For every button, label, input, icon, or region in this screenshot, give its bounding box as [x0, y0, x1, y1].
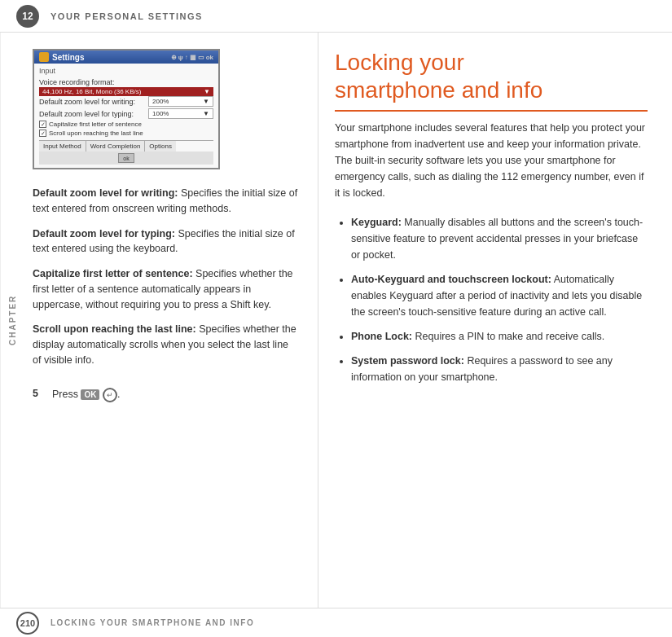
settings-screenshot: Settings ⊕ψ↑▦▭ok Input Voice recording f…	[33, 49, 220, 169]
settings-ok-bar: ok	[39, 152, 213, 165]
right-intro: Your smartphone includes several feature…	[335, 120, 648, 201]
zoom-writing-row: Default zoom level for writing: 200% ▼	[39, 96, 213, 107]
zoom-writing-dropdown[interactable]: 200% ▼	[148, 96, 213, 107]
desc-capitalize-term: Capitalize first letter of sentence:	[33, 268, 193, 279]
checkbox-capitalize-row: ✓ Capitalize first letter of sentence	[39, 121, 213, 128]
settings-app-icon	[39, 52, 49, 62]
chapter-badge: 12	[16, 5, 39, 28]
voice-label: Voice recording format:	[39, 78, 213, 86]
bottom-bar: 210 LOCKING YOUR SMARTPHONE AND INFO	[0, 608, 672, 637]
bullet-term-keyguard: Keyguard:	[351, 217, 402, 228]
bullet-body-phone-lock: Requires a PIN to make and receive calls…	[415, 331, 605, 342]
zoom-writing-label: Default zoom level for writing:	[39, 98, 135, 106]
desc-zoom-writing-term: Default zoom level for writing:	[33, 187, 178, 199]
zoom-writing-arrow: ▼	[203, 98, 209, 105]
right-title-line2: smartphone and info	[335, 77, 542, 103]
list-item: Auto-Keyguard and touchscreen lockout: A…	[351, 271, 648, 320]
ok-icon: ↵	[103, 388, 117, 402]
desc-scroll-term: Scroll upon reaching the last line:	[33, 323, 196, 335]
voice-arrow: ▼	[204, 88, 210, 95]
list-item: Keyguard: Manually disables all buttons …	[351, 214, 648, 263]
desc-zoom-typing: Default zoom level for typing: Specifies…	[33, 226, 298, 257]
settings-title-left: Settings	[39, 52, 84, 62]
voice-value: 44,100 Hz, 16 Bit, Mono (36 KB/s)	[42, 88, 141, 95]
zoom-typing-value: 100%	[152, 110, 169, 117]
right-title: Locking your smartphone and info	[335, 49, 648, 112]
list-item: System password lock: Requires a passwor…	[351, 353, 648, 385]
bullet-list: Keyguard: Manually disables all buttons …	[335, 214, 648, 385]
checkbox-capitalize-label: Capitalize first letter of sentence	[49, 121, 142, 128]
tab-input-method[interactable]: Input Method	[39, 141, 86, 152]
tab-word-completion[interactable]: Word Completion	[86, 141, 146, 152]
list-item: Phone Lock: Requires a PIN to make and r…	[351, 328, 648, 345]
footer-title: LOCKING YOUR SMARTPHONE AND INFO	[51, 618, 254, 627]
settings-title-text: Settings	[52, 53, 84, 62]
desc-capitalize: Capitalize first letter of sentence: Spe…	[33, 266, 298, 312]
desc-zoom-typing-term: Default zoom level for typing:	[33, 228, 175, 239]
zoom-writing-value: 200%	[152, 98, 169, 105]
bullet-term-auto-keyguard: Auto-Keyguard and touchscreen lockout:	[351, 274, 551, 285]
settings-status-icons: ⊕ψ↑▦▭ok	[171, 54, 213, 61]
step-number: 5	[33, 388, 46, 399]
checkbox-scroll-row: ✓ Scroll upon reaching the last line	[39, 130, 213, 137]
bullet-term-phone-lock: Phone Lock:	[351, 331, 412, 342]
right-column: Locking your smartphone and info Your sm…	[318, 33, 672, 608]
step-text: Press OK ↵.	[52, 388, 120, 402]
right-title-line1: Locking your	[335, 50, 464, 75]
tab-options[interactable]: Options	[145, 141, 176, 152]
zoom-typing-dropdown[interactable]: 100% ▼	[148, 108, 213, 119]
top-bar: 12 YOUR PERSONAL SETTINGS	[0, 0, 672, 33]
desc-zoom-writing: Default zoom level for writing: Specifie…	[33, 186, 298, 217]
settings-body: Input Voice recording format: 44,100 Hz,…	[34, 64, 218, 168]
left-column: Settings ⊕ψ↑▦▭ok Input Voice recording f…	[24, 33, 318, 608]
step-5: 5 Press OK ↵.	[33, 388, 298, 402]
checkbox-scroll[interactable]: ✓	[39, 130, 46, 137]
zoom-typing-label: Default zoom level for typing:	[39, 110, 134, 118]
zoom-typing-arrow: ▼	[203, 110, 209, 117]
voice-dropdown[interactable]: 44,100 Hz, 16 Bit, Mono (36 KB/s) ▼	[39, 87, 213, 96]
settings-title-bar: Settings ⊕ψ↑▦▭ok	[34, 51, 218, 64]
settings-tabs: Input Method Word Completion Options	[39, 140, 213, 152]
checkbox-capitalize[interactable]: ✓	[39, 121, 46, 128]
main-content: CHAPTER Settings ⊕ψ↑▦▭ok Input Voice rec…	[0, 33, 672, 608]
ok-box: OK	[81, 389, 99, 400]
page-number-badge: 210	[16, 612, 39, 635]
settings-ok-button[interactable]: ok	[118, 153, 134, 163]
bullet-term-system-lock: System password lock:	[351, 355, 464, 367]
zoom-typing-row: Default zoom level for typing: 100% ▼	[39, 108, 213, 119]
settings-section: Input	[39, 67, 213, 75]
page-title: YOUR PERSONAL SETTINGS	[51, 11, 203, 21]
chapter-label: CHAPTER	[0, 33, 24, 608]
checkbox-scroll-label: Scroll upon reaching the last line	[49, 130, 143, 137]
desc-scroll: Scroll upon reaching the last line: Spec…	[33, 322, 298, 367]
